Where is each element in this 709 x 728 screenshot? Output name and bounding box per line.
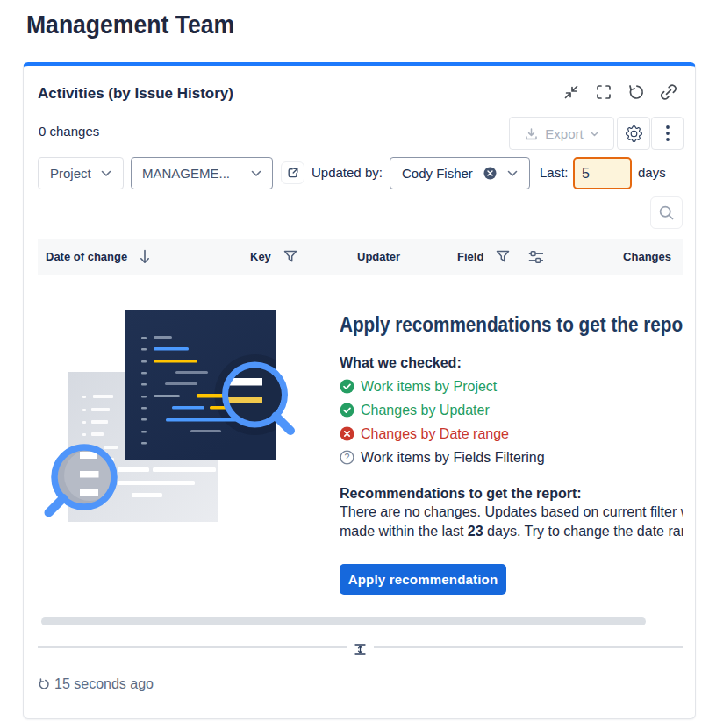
svg-text:?: ? bbox=[345, 452, 350, 462]
